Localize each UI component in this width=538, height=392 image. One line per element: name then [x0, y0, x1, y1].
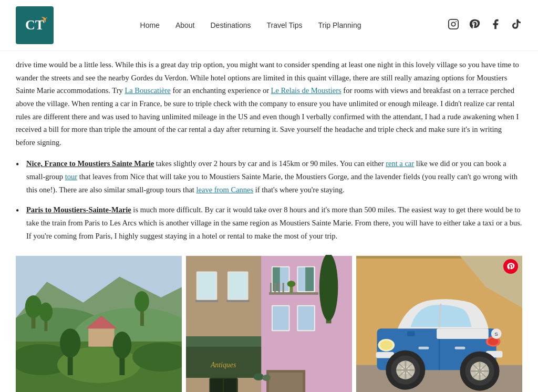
svg-point-44 — [287, 281, 296, 287]
tiktok-icon[interactable] — [511, 18, 522, 33]
svg-point-10 — [39, 303, 53, 322]
svg-rect-78 — [407, 331, 415, 336]
svg-point-57 — [253, 373, 264, 380]
pinterest-icon[interactable] — [469, 18, 480, 33]
main-nav: Home About Destinations Travel Tips Trip… — [140, 21, 361, 29]
svg-rect-40 — [274, 283, 276, 294]
gallery-image-3[interactable]: S — [356, 255, 522, 392]
gallery-image-2[interactable]: Antiques — [186, 255, 352, 392]
image-gallery: Antiques — [16, 255, 522, 392]
list-item-paris: Paris to Moustiers-Sainte-Marie is much … — [16, 203, 522, 242]
svg-rect-29 — [229, 273, 247, 299]
svg-rect-37 — [305, 267, 314, 291]
nav-about[interactable]: About — [175, 21, 195, 29]
link-small-group-tour[interactable]: tour — [65, 172, 77, 181]
svg-point-12 — [134, 291, 149, 312]
svg-rect-30 — [195, 300, 218, 302]
svg-point-60 — [319, 255, 338, 321]
svg-text:Antiques: Antiques — [210, 362, 236, 369]
nav-destinations[interactable]: Destinations — [210, 21, 251, 29]
svg-rect-42 — [283, 283, 284, 294]
instagram-icon[interactable] — [448, 18, 459, 33]
svg-rect-56 — [269, 373, 303, 392]
main-content: drive time would be a little less. While… — [0, 51, 538, 392]
nav-travel-tips[interactable]: Travel Tips — [267, 21, 303, 29]
list-item-nice: Nice, France to Moustiers Sainte Marie t… — [16, 157, 522, 196]
svg-rect-97 — [437, 329, 489, 339]
svg-text:S: S — [494, 331, 498, 337]
svg-rect-53 — [210, 379, 223, 392]
svg-rect-0 — [449, 19, 458, 28]
svg-rect-46 — [273, 306, 289, 330]
svg-point-75 — [488, 338, 499, 345]
svg-rect-79 — [419, 347, 429, 349]
svg-point-20 — [60, 329, 81, 358]
svg-point-22 — [113, 332, 132, 358]
route-list: Nice, France to Moustiers Sainte Marie t… — [16, 157, 522, 242]
article-paragraph-1: drive time would be a little less. While… — [16, 58, 522, 149]
svg-rect-54 — [224, 379, 236, 392]
link-bouscatiere[interactable]: La Bouscatière — [125, 86, 170, 95]
svg-rect-80 — [455, 347, 465, 349]
svg-rect-17 — [88, 329, 114, 347]
svg-rect-48 — [298, 306, 314, 330]
nav-home[interactable]: Home — [140, 21, 160, 29]
svg-point-8 — [25, 295, 42, 318]
svg-point-2 — [456, 21, 457, 22]
link-rent-car[interactable]: rent a car — [386, 159, 414, 168]
logo[interactable]: CT ✈ — [16, 6, 54, 44]
svg-rect-39 — [270, 283, 272, 294]
facebook-icon[interactable] — [490, 18, 501, 33]
social-links — [448, 18, 522, 33]
nice-route-title: Nice, France to Moustiers Sainte Marie — [26, 159, 154, 168]
link-relais-moustiers[interactable]: Le Relais de Moustiers — [271, 86, 342, 95]
svg-rect-41 — [278, 283, 280, 294]
svg-rect-27 — [198, 273, 216, 299]
svg-point-73 — [380, 341, 392, 350]
link-leave-cannes[interactable]: leave from Cannes — [196, 185, 253, 194]
paris-route-title: Paris to Moustiers-Sainte-Marie — [26, 205, 131, 214]
site-header: CT ✈ Home About Destinations Travel Tips… — [0, 0, 538, 51]
logo-box: CT ✈ — [16, 6, 54, 44]
gallery-image-1[interactable] — [16, 255, 182, 392]
svg-rect-38 — [269, 292, 318, 295]
svg-rect-31 — [226, 300, 249, 302]
svg-point-58 — [262, 375, 271, 381]
nav-trip-planning[interactable]: Trip Planning — [318, 21, 361, 29]
svg-point-1 — [451, 22, 455, 26]
